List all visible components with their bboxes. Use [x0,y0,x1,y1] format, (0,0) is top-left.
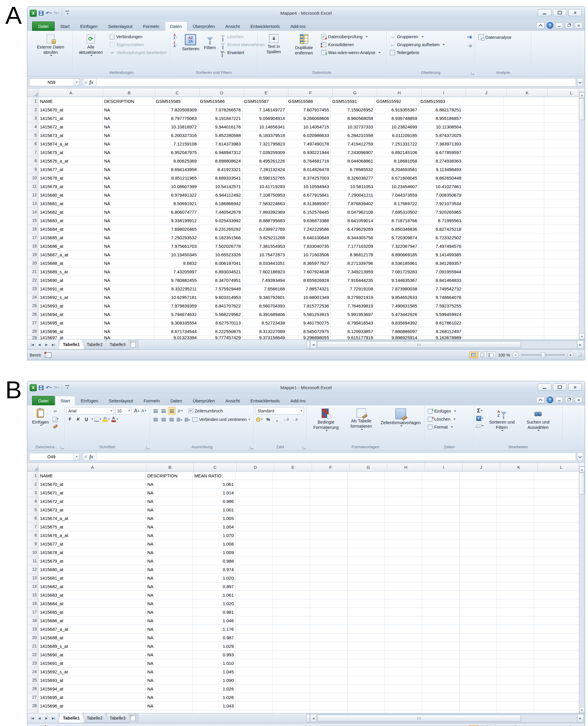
scroll-up-button[interactable]: ▲ [579,467,585,473]
cell-C17[interactable]: 7.250293532 [154,233,198,242]
cell-E28[interactable]: 8.313227069 [243,327,287,335]
cell-B15[interactable]: NA [146,591,193,599]
conditional-formatting-button[interactable]: Bedingte Formatierung [309,407,344,444]
row-number-6[interactable]: 6 [27,514,39,522]
cell-F27[interactable]: 9.461750275 [287,319,331,327]
cell-C13[interactable]: 8.50691921 [154,199,198,208]
help-button[interactable]: ? [547,22,553,29]
cell-I1[interactable] [422,471,460,480]
row-number-21[interactable]: 21 [27,642,39,650]
cell-G3[interactable] [348,489,385,497]
cell-H26[interactable] [385,685,422,693]
cell-L27[interactable] [534,693,579,701]
cell[interactable] [497,710,534,713]
cell-K19[interactable] [504,251,544,259]
cell-F2[interactable]: 7.607917455 [287,106,331,114]
cell-G1[interactable]: GSM515591 [331,97,375,105]
cell-K1[interactable] [497,471,534,480]
cell-D21[interactable]: 6.893034521 [198,268,243,276]
cell-J11[interactable] [463,182,504,190]
cell-F6[interactable] [310,514,348,522]
vertical-scroll-thumb[interactable] [579,473,585,494]
cell-F19[interactable]: 10.71603506 [287,251,331,259]
cell-I12[interactable]: 7.008350679 [419,191,463,199]
ribbon-tab-einfügen[interactable]: Einfügen [76,396,103,405]
cell-H16[interactable]: 6.850346836 [375,225,419,233]
cell-E22[interactable]: 7.49393494 [243,276,287,284]
cell-E8[interactable] [273,531,310,539]
cell-I12[interactable] [422,565,460,573]
row-number-6[interactable]: 6 [27,140,39,148]
cell-K1[interactable] [504,97,544,105]
filter-button[interactable]: Filtern [202,33,217,70]
column-header-E[interactable]: E [274,463,312,471]
cell-G20[interactable] [348,634,385,642]
cell[interactable] [385,710,422,713]
cell-L9[interactable] [534,540,579,548]
cell-B1[interactable]: DESCRIPTION [103,97,154,105]
cell-G17[interactable] [348,608,385,616]
fill-button[interactable]: ▼ [476,415,484,422]
column-header-D[interactable]: D [237,463,274,471]
cell-D14[interactable] [235,582,273,591]
cell-C17[interactable]: 0.981 [193,608,235,616]
cell-H22[interactable]: 9.144635367 [375,276,419,284]
cell-A10[interactable]: 1415678_at [39,548,146,556]
cell-D2[interactable]: 7.078266576 [198,106,243,114]
cell-K5[interactable] [504,131,544,139]
zoom-out-button[interactable]: − [512,352,519,358]
cell-J24[interactable] [463,293,504,301]
row-number-3[interactable]: 3 [27,114,39,122]
cell-F22[interactable] [310,650,348,659]
cell-C11[interactable]: 10.08607399 [154,182,198,190]
cell-H19[interactable]: 8.890669185 [375,251,419,259]
last-sheet-button[interactable]: ▶| [50,715,57,722]
row-number-24[interactable]: 24 [27,667,39,676]
cell-J18[interactable] [463,242,504,250]
cell-C25[interactable]: 1.090 [193,676,235,684]
cell-H28[interactable] [385,702,422,710]
row-number-23[interactable]: 23 [27,659,39,667]
dialog-launcher-icon[interactable] [146,446,149,449]
zoom-in-button[interactable]: + [567,352,573,358]
cell-E10[interactable] [273,548,310,556]
cell-K6[interactable] [497,514,534,522]
cell-B6[interactable]: NA [146,514,193,522]
column-header-B[interactable]: B [146,463,194,471]
row-number-14[interactable]: 14 [27,208,39,216]
cell-D25[interactable]: 8.841707622 [198,302,243,310]
cell-A29[interactable]: 1415697_at [39,336,103,340]
scroll-right-button[interactable]: ▶ [577,714,584,722]
cell-A21[interactable]: 1415689_s_at [39,642,146,650]
cell-G21[interactable]: 7.349213959 [331,268,375,276]
ribbon-tab-einfügen[interactable]: Einfügen [75,22,103,31]
dialog-launcher-icon[interactable] [471,72,474,74]
cell-H6[interactable] [385,514,422,522]
cell-F27[interactable] [310,693,348,701]
cell-K24[interactable] [504,293,544,301]
resize-grip-icon[interactable] [578,353,582,357]
cell-L4[interactable] [544,123,579,131]
increase-font-button[interactable]: A▲ [133,407,141,414]
get-external-data-button[interactable]: Externe Daten abrufen [30,33,71,70]
cell-C9[interactable]: 1.008 [193,540,235,548]
cell-G24[interactable]: 9.279921919 [331,293,375,301]
cell-B22[interactable]: NA [103,276,154,284]
cell-D4[interactable] [235,497,273,505]
cell-E5[interactable]: 6.183379518 [243,131,287,139]
cell-L13[interactable] [534,574,579,582]
align-middle-button[interactable] [160,407,167,414]
name-box[interactable]: N59 [29,79,74,86]
cell-F16[interactable]: 7.242229586 [287,225,331,233]
cell-J27[interactable] [463,319,504,327]
cell-F6[interactable]: 7.497490178 [287,140,331,148]
cell-H24[interactable] [385,667,422,676]
cell-G21[interactable] [348,642,385,650]
cell-I10[interactable] [422,548,460,556]
cell-B6[interactable]: NA [103,140,154,148]
cell-J10[interactable] [460,548,497,556]
cell-G12[interactable]: 7.290041211 [331,191,375,199]
cell-H25[interactable] [385,676,422,684]
expand-formula-bar-button[interactable] [577,78,583,86]
italic-button[interactable]: K [75,415,82,423]
